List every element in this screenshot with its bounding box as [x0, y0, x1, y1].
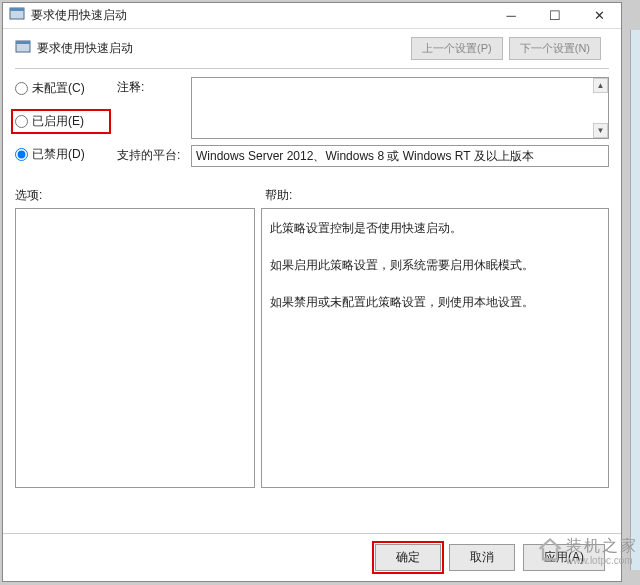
minimize-button[interactable]: ─ [489, 3, 533, 28]
dialog-window: 要求使用快速启动 ─ ☐ ✕ 要求使用快速启动 上一个设置(P) 下一个设置(N… [2, 2, 622, 582]
ok-button[interactable]: 确定 [375, 544, 441, 571]
radio-enabled[interactable]: 已启用(E) [11, 109, 111, 134]
next-setting-button[interactable]: 下一个设置(N) [509, 37, 601, 60]
help-text-1: 此策略设置控制是否使用快速启动。 [270, 217, 600, 240]
options-panel [15, 208, 255, 488]
svg-rect-1 [10, 8, 24, 11]
radio-not-configured[interactable]: 未配置(C) [15, 80, 107, 97]
window-title: 要求使用快速启动 [31, 7, 489, 24]
platform-value: Windows Server 2012、Windows 8 或 Windows … [191, 145, 609, 167]
app-icon [9, 6, 25, 26]
help-panel: 此策略设置控制是否使用快速启动。 如果启用此策略设置，则系统需要启用休眠模式。 … [261, 208, 609, 488]
cancel-button[interactable]: 取消 [449, 544, 515, 571]
apply-button[interactable]: 应用(A) [523, 544, 605, 571]
radio-not-configured-input[interactable] [15, 82, 28, 95]
platform-label: 支持的平台: [117, 145, 183, 167]
radio-enabled-label: 已启用(E) [32, 113, 84, 130]
titlebar: 要求使用快速启动 ─ ☐ ✕ [3, 3, 621, 29]
radio-enabled-input[interactable] [15, 115, 28, 128]
radio-not-configured-label: 未配置(C) [32, 80, 85, 97]
scroll-down-icon[interactable]: ▼ [593, 123, 608, 138]
divider [15, 68, 609, 69]
comment-label: 注释: [117, 77, 183, 139]
comment-textarea[interactable]: ▲ ▼ [191, 77, 609, 139]
scroll-up-icon[interactable]: ▲ [593, 78, 608, 93]
radio-disabled-input[interactable] [15, 148, 28, 161]
radio-disabled[interactable]: 已禁用(D) [15, 146, 107, 163]
radio-disabled-label: 已禁用(D) [32, 146, 85, 163]
help-text-2: 如果启用此策略设置，则系统需要启用休眠模式。 [270, 254, 600, 277]
prev-setting-button[interactable]: 上一个设置(P) [411, 37, 503, 60]
help-label: 帮助: [265, 187, 292, 204]
page-title: 要求使用快速启动 [37, 40, 411, 57]
page-icon [15, 39, 31, 59]
close-button[interactable]: ✕ [577, 3, 621, 28]
options-label: 选项: [15, 187, 265, 204]
help-text-3: 如果禁用或未配置此策略设置，则使用本地设置。 [270, 291, 600, 314]
maximize-button[interactable]: ☐ [533, 3, 577, 28]
svg-rect-3 [16, 41, 30, 44]
dialog-footer: 确定 取消 应用(A) [3, 533, 621, 581]
